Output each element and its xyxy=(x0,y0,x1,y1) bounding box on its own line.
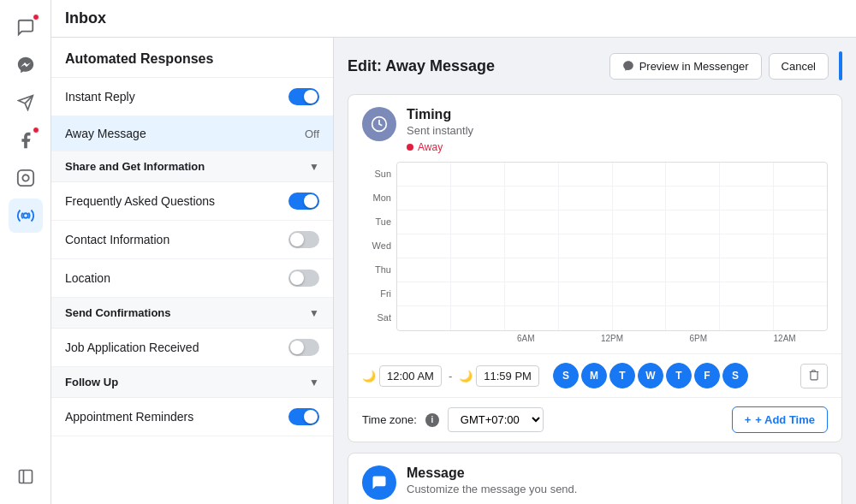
appointment-reminders-toggle[interactable] xyxy=(288,408,319,425)
timing-title: Timing xyxy=(407,107,473,122)
right-panel: Edit: Away Message Preview in Messenger … xyxy=(334,38,856,504)
menu-item-instant-reply[interactable]: Instant Reply xyxy=(51,78,333,116)
timezone-select[interactable]: GMT+07:00 GMT+00:00 GMT-05:00 GMT+08:00 xyxy=(448,407,544,432)
menu-item-appointment-reminders[interactable]: Appointment Reminders xyxy=(51,398,333,436)
time-label-6pm: 6PM xyxy=(655,334,741,343)
message-title: Message xyxy=(407,465,577,481)
menu-item-away-message[interactable]: Away Message Off xyxy=(51,116,333,151)
menu-item-contact-info[interactable]: Contact Information xyxy=(51,221,333,259)
grid-row-tue xyxy=(397,210,827,234)
day-pill-w[interactable]: W xyxy=(638,363,663,388)
section-share-get-info[interactable]: Share and Get Information ▼ xyxy=(51,151,333,182)
contact-info-toggle[interactable] xyxy=(288,231,319,248)
day-pill-s1[interactable]: S xyxy=(553,363,579,388)
location-toggle[interactable] xyxy=(288,270,319,287)
message-subtitle: Customize the message you send. xyxy=(407,483,577,495)
delete-time-button[interactable] xyxy=(800,364,828,388)
away-message-label: Away Message xyxy=(65,127,146,140)
timing-subtitle: Sent instantly xyxy=(407,124,473,137)
day-pills: S M T W T F S xyxy=(553,363,748,388)
grid-chart xyxy=(396,162,828,331)
edit-title: Edit: Away Message xyxy=(348,57,495,75)
time-separator: - xyxy=(449,370,452,382)
time-end-value[interactable]: 11:59 PM xyxy=(476,365,539,387)
day-sat: Sat xyxy=(362,305,396,329)
facebook-icon-btn[interactable] xyxy=(9,123,43,157)
svg-rect-5 xyxy=(19,471,32,483)
section-share-label: Share and Get Information xyxy=(65,160,205,173)
grid-time-labels: 6AM 12PM 6PM 12AM xyxy=(396,331,828,343)
section-send-confirm-label: Send Confirmations xyxy=(65,306,171,319)
day-fri: Fri xyxy=(362,282,396,305)
instant-reply-toggle[interactable] xyxy=(288,88,319,105)
svg-rect-2 xyxy=(17,170,33,186)
collapse-sidebar-btn[interactable] xyxy=(9,460,43,494)
preview-in-messenger-button[interactable]: Preview in Messenger xyxy=(609,53,762,80)
chevron-down-icon: ▼ xyxy=(309,161,319,173)
preview-btn-label: Preview in Messenger xyxy=(639,60,749,73)
job-application-toggle[interactable] xyxy=(288,339,319,356)
time-range-row: 🌙 12:00 AM - 🌙 11:59 PM S M T W xyxy=(348,353,841,397)
send-icon-btn[interactable] xyxy=(9,86,43,120)
day-mon: Mon xyxy=(362,186,396,210)
grid-row-wed xyxy=(397,234,827,258)
schedule-grid: Sun Mon Tue Wed Thu Fri Sat xyxy=(362,162,828,331)
faq-label: Frequently Asked Questions xyxy=(65,194,215,208)
integrations-icon-btn[interactable] xyxy=(9,199,43,233)
grid-row-mon xyxy=(397,187,827,210)
faq-toggle[interactable] xyxy=(288,193,319,210)
time-label-12pm: 12PM xyxy=(569,334,656,343)
day-pill-t1[interactable]: T xyxy=(609,363,635,388)
grid-rows xyxy=(397,163,827,330)
menu-item-faq[interactable]: Frequently Asked Questions xyxy=(51,182,333,221)
section-follow-up-label: Follow Up xyxy=(65,376,118,388)
instagram-icon-btn[interactable] xyxy=(9,161,43,195)
info-icon[interactable]: i xyxy=(425,413,439,427)
contact-info-label: Contact Information xyxy=(65,233,169,246)
day-pill-s2[interactable]: S xyxy=(722,363,748,388)
away-badge: Away xyxy=(407,141,443,153)
day-pill-t2[interactable]: T xyxy=(666,363,692,388)
timing-icon xyxy=(362,107,396,141)
chat-icon-btn[interactable] xyxy=(9,10,43,44)
message-card-header: Message Customize the message you send. xyxy=(348,454,841,504)
blue-accent-bar xyxy=(839,51,842,80)
chevron-down-icon-3: ▼ xyxy=(309,377,319,388)
time-label-12am: 12AM xyxy=(741,334,828,343)
away-dot xyxy=(407,144,413,151)
time-start-input: 🌙 12:00 AM xyxy=(362,365,442,387)
icon-sidebar xyxy=(0,0,51,504)
messenger-icon-btn[interactable] xyxy=(9,48,43,82)
time-start-value[interactable]: 12:00 AM xyxy=(379,365,442,387)
menu-item-job-application[interactable]: Job Application Received xyxy=(51,329,333,367)
day-pill-f[interactable]: F xyxy=(694,363,720,388)
appointment-reminders-label: Appointment Reminders xyxy=(65,410,193,424)
moon-end-icon: 🌙 xyxy=(459,370,473,382)
svg-point-4 xyxy=(23,213,28,218)
menu-item-location[interactable]: Location xyxy=(51,259,333,298)
edit-header: Edit: Away Message Preview in Messenger … xyxy=(348,51,842,80)
time-label-6am-val: 6AM xyxy=(483,334,569,343)
time-end-input: 🌙 11:59 PM xyxy=(459,365,539,387)
grid-days: Sun Mon Tue Wed Thu Fri Sat xyxy=(362,162,396,331)
cancel-button[interactable]: Cancel xyxy=(769,53,829,80)
section-send-confirmations[interactable]: Send Confirmations ▼ xyxy=(51,298,333,329)
time-label-6am xyxy=(396,334,483,343)
day-wed: Wed xyxy=(362,234,396,258)
message-icon xyxy=(362,465,396,500)
timezone-row: Time zone: i GMT+07:00 GMT+00:00 GMT-05:… xyxy=(348,397,841,442)
grid-row-sat xyxy=(397,306,827,330)
top-bar: Inbox xyxy=(51,0,856,38)
chevron-down-icon-2: ▼ xyxy=(309,307,319,319)
day-tue: Tue xyxy=(362,210,396,234)
section-follow-up[interactable]: Follow Up ▼ xyxy=(51,367,333,398)
day-pill-m[interactable]: M xyxy=(581,363,607,388)
add-time-button[interactable]: + + Add Time xyxy=(732,406,828,433)
day-thu: Thu xyxy=(362,258,396,282)
instant-reply-label: Instant Reply xyxy=(65,90,135,104)
location-label: Location xyxy=(65,271,110,285)
page-title: Inbox xyxy=(65,9,106,27)
timezone-label: Time zone: xyxy=(362,413,417,426)
job-application-label: Job Application Received xyxy=(65,341,199,354)
schedule-grid-container: Sun Mon Tue Wed Thu Fri Sat xyxy=(348,162,841,353)
